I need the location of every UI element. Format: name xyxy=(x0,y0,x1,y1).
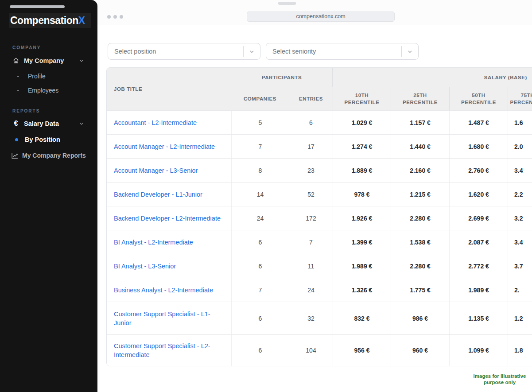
position-select[interactable]: Select position xyxy=(108,43,260,60)
table-row: Backend Developer - L1-Junior 14 52 978 … xyxy=(107,182,532,206)
p50-value: 1.487 € xyxy=(449,111,508,134)
chevron-down-icon xyxy=(402,49,418,54)
p25-value: 1.538 € xyxy=(391,230,449,254)
p25-value: 2.160 € xyxy=(391,159,449,182)
entries-value: 17 xyxy=(289,135,333,158)
entries-value: 52 xyxy=(289,182,333,206)
job-title-link[interactable]: BI Analyst - L2-Intermediate xyxy=(114,238,193,247)
sidebar-item-label: Salary Data xyxy=(24,120,59,127)
job-title-link[interactable]: Backend Developer - L1-Junior xyxy=(114,190,202,199)
sidebar-item-label: By Position xyxy=(25,136,60,143)
redacted-bar xyxy=(10,5,65,8)
entries-value: 32 xyxy=(289,302,333,334)
job-title-link[interactable]: Account Manager - L3-Senior xyxy=(114,166,198,175)
table-row: Customer Support Specialist - L1-Junior … xyxy=(107,302,532,334)
col-header-companies: COMPANIES xyxy=(231,87,289,110)
p10-value: 1.889 € xyxy=(333,159,391,182)
bullet-icon xyxy=(17,90,19,91)
sidebar-item-employees[interactable]: Employees xyxy=(0,87,97,94)
app-logo: Compensation X xyxy=(9,13,91,28)
p75-value: 1.2 xyxy=(508,302,532,334)
job-title-link[interactable]: Backend Developer - L2-Intermediate xyxy=(114,214,221,223)
sidebar-item-profile[interactable]: Profile xyxy=(0,73,97,80)
entries-value: 104 xyxy=(289,335,333,366)
p50-value: 2.087 € xyxy=(449,230,508,254)
sidebar: Compensation X COMPANY My Company Profil… xyxy=(0,0,97,392)
table-row: Business Analyst - L2-Intermediate 7 24 … xyxy=(107,278,532,302)
sidebar-item-label: My Company Reports xyxy=(22,152,86,159)
companies-value: 6 xyxy=(231,230,289,254)
url-bar[interactable]: compensationx.com xyxy=(247,12,395,22)
job-title-link[interactable]: Accountant - L2-Intermediate xyxy=(114,118,197,127)
p75-value: 3.4 xyxy=(508,230,532,254)
companies-value: 24 xyxy=(231,206,289,230)
table-row: Backend Developer - L2-Intermediate 24 1… xyxy=(107,206,532,230)
entries-value: 23 xyxy=(289,159,333,182)
p10-value: 956 € xyxy=(333,335,391,366)
p25-value: 2.280 € xyxy=(391,254,449,278)
table-row: Account Manager - L2-Intermediate 7 17 1… xyxy=(107,134,532,158)
col-header-job-title: JOB TITLE xyxy=(107,68,231,110)
job-title-link[interactable]: Customer Support Specialist - L2-Interme… xyxy=(114,342,224,359)
seniority-select[interactable]: Select seniority xyxy=(266,43,419,60)
p75-value: 3.2 xyxy=(508,206,532,230)
chevron-down-icon xyxy=(244,49,260,54)
companies-value: 6 xyxy=(231,302,289,334)
seniority-select-placeholder: Select seniority xyxy=(266,48,316,55)
active-dot-icon xyxy=(15,138,18,141)
sidebar-item-label: Profile xyxy=(28,73,46,80)
p10-value: 1.399 € xyxy=(333,230,391,254)
tab-handle xyxy=(278,2,296,5)
p75-value: 2.0 xyxy=(508,135,532,158)
companies-value: 14 xyxy=(231,182,289,206)
col-header-75th-percentile: 75THPERCENTILE xyxy=(508,87,532,110)
sidebar-item-my-company-reports[interactable]: My Company Reports xyxy=(0,151,97,160)
p50-value: 2.699 € xyxy=(449,206,508,230)
p10-value: 1.326 € xyxy=(333,278,391,302)
p75-value: 2. xyxy=(508,278,532,302)
companies-value: 6 xyxy=(231,335,289,366)
p75-value: 1.6 xyxy=(508,111,532,134)
companies-value: 7 xyxy=(231,278,289,302)
p50-value: 1.099 € xyxy=(449,335,508,366)
sidebar-item-my-company[interactable]: My Company xyxy=(0,56,97,66)
p25-value: 1.440 € xyxy=(391,135,449,158)
p10-value: 978 € xyxy=(333,182,391,206)
home-icon xyxy=(12,57,20,64)
companies-value: 8 xyxy=(231,159,289,182)
logo-text: Compensation xyxy=(10,15,78,27)
col-header-10th-percentile: 10THPERCENTILE xyxy=(333,87,391,110)
sidebar-item-label: My Company xyxy=(24,57,64,64)
table-header: JOB TITLE PARTICIPANTS SALARY (BASE) COM… xyxy=(107,68,532,110)
entries-value: 11 xyxy=(289,254,333,278)
job-title-link[interactable]: BI Analyst - L3-Senior xyxy=(114,262,176,271)
table-row: Accountant - L2-Intermediate 5 6 1.029 €… xyxy=(107,110,532,134)
p25-value: 960 € xyxy=(391,335,449,366)
entries-value: 24 xyxy=(289,278,333,302)
table-row: Account Manager - L3-Senior 8 23 1.889 €… xyxy=(107,158,532,182)
chevron-down-icon xyxy=(79,121,84,126)
window-control-icon[interactable] xyxy=(107,15,111,19)
sidebar-item-by-position[interactable]: By Position xyxy=(0,136,97,144)
p75-value: 2.2 xyxy=(508,182,532,206)
companies-value: 7 xyxy=(231,135,289,158)
p50-value: 1.989 € xyxy=(449,278,508,302)
sidebar-item-salary-data[interactable]: € Salary Data xyxy=(0,119,97,128)
p25-value: 986 € xyxy=(391,302,449,334)
col-header-50th-percentile: 50THPERCENTILE xyxy=(449,87,508,110)
euro-icon: € xyxy=(12,120,20,128)
window-control-icon[interactable] xyxy=(113,15,117,19)
p75-value: 1.8 xyxy=(508,335,532,366)
illustrative-note: images for illustrative purpose only xyxy=(471,373,528,385)
bullet-icon xyxy=(17,76,19,77)
window-control-icon[interactable] xyxy=(120,15,123,19)
job-title-link[interactable]: Business Analyst - L2-Intermediate xyxy=(114,286,213,295)
p25-value: 1.775 € xyxy=(391,278,449,302)
p50-value: 1.680 € xyxy=(449,135,508,158)
p50-value: 2.760 € xyxy=(449,159,508,182)
p75-value: 3.4 xyxy=(508,159,532,182)
reports-section-label: REPORTS xyxy=(12,109,40,113)
entries-value: 7 xyxy=(289,230,333,254)
job-title-link[interactable]: Account Manager - L2-Intermediate xyxy=(114,142,215,151)
job-title-link[interactable]: Customer Support Specialist - L1-Junior xyxy=(114,310,224,327)
